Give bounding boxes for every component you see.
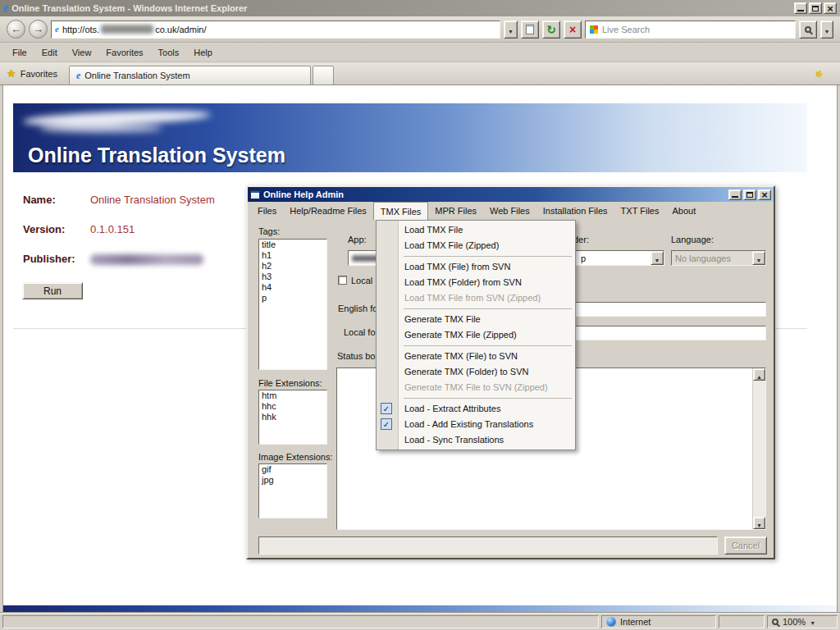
favorites-label[interactable]: Favorites	[21, 69, 57, 79]
version-value: 0.1.0.151	[90, 223, 135, 235]
dropdown-menu-item[interactable]: Load TMX File	[377, 222, 575, 238]
file-ext-option[interactable]: htm	[259, 390, 326, 401]
status-zone: Internet	[601, 615, 716, 628]
browser-menu-item[interactable]: Tools	[151, 44, 187, 61]
dropdown-item-label: Load TMX (Folder) from SVN	[404, 277, 522, 287]
file-ext-option[interactable]: hhc	[259, 401, 326, 412]
image-ext-option[interactable]: gif	[259, 464, 326, 475]
dropdown-item-label: Generate TMX File (Zipped)	[404, 330, 517, 340]
forward-button[interactable]	[29, 20, 48, 39]
minimize-button[interactable]	[794, 2, 807, 14]
app-menu-item[interactable]: Help/Readme Files	[283, 202, 373, 220]
arrow-down-icon	[756, 516, 762, 531]
run-button[interactable]: Run	[22, 282, 83, 299]
back-button[interactable]	[7, 20, 25, 39]
app-menu-item[interactable]: Files	[251, 202, 283, 220]
browser-menu-item[interactable]: Help	[186, 44, 220, 61]
local-checkbox[interactable]	[338, 276, 347, 285]
zone-label: Internet	[620, 617, 651, 627]
tags-option[interactable]: h3	[259, 272, 326, 282]
image-ext-option[interactable]: jpg	[259, 475, 326, 486]
close-button[interactable]	[824, 2, 837, 14]
scroll-down-button[interactable]	[753, 517, 765, 529]
browser-tab[interactable]: Online Translation System	[69, 66, 311, 84]
chevron-down-icon	[810, 617, 815, 627]
scroll-up-button[interactable]	[753, 368, 765, 381]
tags-option[interactable]: p	[259, 293, 326, 304]
app-menu-item[interactable]: TXT Files	[614, 202, 666, 220]
dropdown-menu-item: Load TMX File from SVN (Zipped)	[377, 290, 575, 306]
english-folder-label: English fo	[338, 304, 377, 313]
dropdown-item-label: Generate TMX (Folder) to SVN	[404, 367, 528, 377]
search-button[interactable]	[799, 21, 817, 39]
app-menu-item[interactable]: Installation Files	[536, 202, 614, 220]
folder-value: p	[581, 253, 586, 263]
tags-listbox[interactable]: titleh1h2h3h4p	[258, 239, 327, 370]
dropdown-menu-item: Generate TMX File to SVN (Zipped)	[377, 380, 575, 395]
folder-combo-arrow[interactable]	[651, 251, 664, 265]
stop-button[interactable]	[564, 21, 582, 39]
app-menu-item[interactable]: TMX Files	[373, 202, 429, 220]
cancel-button[interactable]: Cancel	[724, 536, 767, 555]
name-label: Name:	[23, 194, 56, 206]
search-box[interactable]: Live Search	[585, 21, 796, 39]
dropdown-menu-item[interactable]: Load - Sync Translations	[377, 432, 575, 448]
favorites-star-icon[interactable]	[7, 67, 16, 80]
dropdown-menu-item[interactable]: Load - Extract Attributes	[377, 401, 575, 417]
app-menu-item[interactable]: Web Files	[483, 202, 536, 220]
quick-tabs-icon[interactable]	[813, 66, 825, 80]
tags-option[interactable]: title	[259, 240, 326, 250]
dropdown-item-label: Load TMX File from SVN (Zipped)	[404, 293, 541, 303]
new-tab-button[interactable]	[313, 66, 334, 84]
page-icon	[526, 25, 534, 34]
url-text[interactable]: http://ots. co.uk/admin/	[62, 25, 207, 34]
app-menu-item[interactable]: About	[665, 202, 702, 220]
status-bar: Internet 100%	[0, 613, 840, 630]
dropdown-menu-item[interactable]: Load - Add Existing Translations	[377, 417, 575, 432]
address-bar[interactable]: http://ots. co.uk/admin/	[51, 21, 500, 39]
image-extensions-label: Image Extensions:	[258, 452, 333, 462]
blurred-publisher-value	[90, 254, 203, 265]
refresh-button[interactable]	[542, 21, 560, 39]
go-page-button[interactable]	[521, 21, 539, 39]
app-close-button[interactable]	[758, 189, 771, 200]
browser-menu-item[interactable]: Edit	[34, 44, 65, 61]
language-label: Language:	[671, 235, 714, 244]
tags-option[interactable]: h2	[259, 261, 326, 272]
maximize-button[interactable]	[809, 2, 822, 14]
minimize-icon	[797, 10, 804, 11]
close-icon	[827, 1, 833, 16]
chevron-down-icon	[655, 251, 660, 266]
search-dropdown-button[interactable]	[820, 21, 833, 39]
dropdown-menu-item[interactable]: Generate TMX (File) to SVN	[377, 349, 575, 364]
tags-option[interactable]: h1	[259, 250, 326, 261]
app-menubar: FilesHelp/Readme FilesTMX FilesMPR Files…	[248, 202, 774, 220]
browser-menu-item[interactable]: File	[5, 44, 34, 61]
file-ext-option[interactable]: hhk	[259, 412, 326, 422]
dropdown-menu-item[interactable]: Generate TMX File	[377, 312, 575, 327]
dropdown-menu-item[interactable]: Load TMX File (Zipped)	[377, 238, 575, 253]
app-label: App:	[348, 235, 367, 244]
zoom-control[interactable]: 100%	[767, 615, 838, 628]
file-extensions-listbox[interactable]: htmhhchhk	[258, 390, 327, 445]
dropdown-menu-item[interactable]: Generate TMX (Folder) to SVN	[377, 364, 575, 380]
app-menu-item[interactable]: MPR Files	[428, 202, 483, 220]
image-extensions-listbox[interactable]: gifjpg	[258, 463, 327, 518]
check-icon	[381, 418, 392, 430]
address-dropdown-button[interactable]	[504, 21, 518, 39]
refresh-icon	[546, 22, 556, 37]
tags-option[interactable]: h4	[259, 282, 326, 293]
browser-menu-item[interactable]: Favorites	[98, 44, 150, 61]
app-titlebar[interactable]: Online Help Admin	[248, 187, 774, 202]
dropdown-menu-item[interactable]: Load TMX (File) from SVN	[377, 259, 575, 275]
browser-menu-item[interactable]: View	[65, 44, 99, 61]
tab-title: Online Translation System	[84, 71, 189, 80]
zoom-level: 100%	[783, 617, 806, 627]
dropdown-menu-item[interactable]: Generate TMX File (Zipped)	[377, 327, 575, 343]
navigation-bar: http://ots. co.uk/admin/ Live Search	[0, 16, 840, 43]
app-minimize-button[interactable]	[728, 189, 742, 200]
app-maximize-button[interactable]	[743, 189, 756, 200]
dropdown-item-label: Generate TMX (File) to SVN	[404, 351, 518, 361]
dropdown-menu-item[interactable]: Load TMX (Folder) from SVN	[377, 275, 575, 290]
status-scrollbar[interactable]	[752, 368, 765, 529]
